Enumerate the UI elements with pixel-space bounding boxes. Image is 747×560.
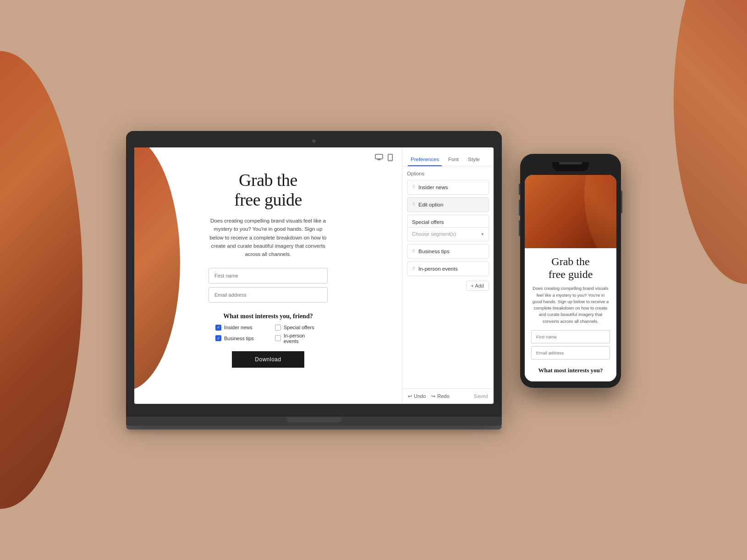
firstname-input[interactable] xyxy=(209,268,328,283)
phone-speaker xyxy=(559,162,582,164)
phone-firstname-input[interactable] xyxy=(531,330,610,343)
checkbox-special-offers-box xyxy=(275,325,281,331)
special-offers-section: Special offers Choose segment(s) ▾ xyxy=(407,215,489,241)
checkbox-insider-news-label: Insider news xyxy=(224,325,253,330)
download-button[interactable]: Download xyxy=(232,351,304,368)
phone-hero-flower xyxy=(566,175,616,248)
phone-btn-right xyxy=(621,190,622,213)
laptop-screen: Grab the free guide Does creating compel… xyxy=(134,147,494,404)
phone-screen: Grab the free guide Does creating compel… xyxy=(525,175,616,381)
phone-btn-vol-down xyxy=(519,220,520,236)
phone-btn-silent xyxy=(519,184,520,195)
undo-icon: ↩ xyxy=(408,393,412,399)
checkbox-insider-news-box: ✓ xyxy=(215,325,221,331)
tab-font[interactable]: Font xyxy=(445,154,461,166)
redo-icon: ↪ xyxy=(431,393,435,399)
tab-style[interactable]: Style xyxy=(465,154,483,166)
phone-title: Grab the free guide xyxy=(531,256,610,281)
checkbox-business-tips-box: ✓ xyxy=(215,335,221,341)
phone-notch xyxy=(552,162,589,171)
drag-dots-4: ⠿ xyxy=(412,266,415,271)
option-insider-news[interactable]: ⠿ Insider news xyxy=(407,180,489,195)
checkbox-business-tips-label: Business tips xyxy=(224,336,254,341)
laptop-stand xyxy=(286,417,341,422)
option-business-tips[interactable]: ⠿ Business tips xyxy=(407,244,489,259)
checkbox-business-tips[interactable]: ✓ Business tips xyxy=(215,333,261,344)
tab-preferences[interactable]: Preferences xyxy=(408,154,442,166)
svg-point-2 xyxy=(390,159,391,160)
checkbox-in-person-events[interactable]: In-person events xyxy=(275,333,321,344)
option-in-person-events-label: In-person events xyxy=(418,266,458,272)
laptop-camera xyxy=(312,139,316,143)
phone-description: Does creating compelling brand visuals f… xyxy=(531,285,610,325)
option-in-person-events[interactable]: ⠿ In-person events xyxy=(407,261,489,276)
editor-body: Options ⠿ Insider news ⠿ Edit option xyxy=(402,166,494,388)
editor-footer: ↩ Undo ↪ Redo Saved xyxy=(402,388,494,404)
checkbox-insider-news[interactable]: ✓ Insider news xyxy=(215,325,261,331)
page-subtitle: Does creating compelling brand visuals f… xyxy=(209,217,328,259)
drag-dots-1: ⠿ xyxy=(412,185,415,190)
email-input[interactable] xyxy=(209,287,328,303)
phone-email-input[interactable] xyxy=(531,346,610,359)
scene-container: Grab the free guide Does creating compel… xyxy=(126,131,621,430)
phone-interests-title: What most interests you? xyxy=(531,367,610,374)
bg-floral-left xyxy=(0,0,105,560)
laptop-body: Grab the free guide Does creating compel… xyxy=(126,131,502,417)
saved-status: Saved xyxy=(474,393,488,399)
undo-action[interactable]: ↩ Undo xyxy=(408,393,426,399)
checkbox-in-person-events-label: In-person events xyxy=(284,333,321,344)
page-content: Grab the free guide Does creating compel… xyxy=(153,170,384,368)
checkbox-special-offers[interactable]: Special offers xyxy=(275,325,321,331)
option-edit-option-label: Edit option xyxy=(418,202,443,207)
desktop-icon[interactable] xyxy=(375,154,383,163)
add-btn-container: + Add xyxy=(407,279,489,293)
phone-device: Grab the free guide Does creating compel… xyxy=(520,154,621,388)
page-title: Grab the free guide xyxy=(234,170,302,210)
checkbox-special-offers-label: Special offers xyxy=(284,325,314,330)
interests-title: What most interests you, friend? xyxy=(223,313,313,320)
checkbox-in-person-events-box xyxy=(275,335,281,341)
redo-action[interactable]: ↪ Redo xyxy=(431,393,449,399)
bg-floral-right xyxy=(665,0,747,336)
editor-tabs: Preferences Font Style xyxy=(402,147,494,166)
phone-hero xyxy=(525,175,616,248)
phone-content: Grab the free guide Does creating compel… xyxy=(525,248,616,381)
laptop-foot xyxy=(126,426,502,430)
mobile-icon[interactable] xyxy=(388,154,393,163)
device-icons xyxy=(375,154,393,163)
svg-rect-0 xyxy=(375,154,383,159)
laptop-device: Grab the free guide Does creating compel… xyxy=(126,131,502,430)
checkboxes: ✓ Insider news Special offers ✓ Business… xyxy=(215,325,321,344)
redo-label: Redo xyxy=(437,393,449,399)
segment-placeholder: Choose segment(s) xyxy=(412,231,456,237)
option-insider-news-label: Insider news xyxy=(418,185,448,190)
options-label: Options xyxy=(407,171,489,176)
drag-dots-2: ⠿ xyxy=(412,202,415,207)
phone-screen-inner: Grab the free guide Does creating compel… xyxy=(525,175,616,381)
laptop-base xyxy=(126,417,502,426)
chevron-down-icon: ▾ xyxy=(481,231,484,237)
page-area: Grab the free guide Does creating compel… xyxy=(134,147,402,404)
phone-body: Grab the free guide Does creating compel… xyxy=(520,154,621,388)
phone-btn-vol-up xyxy=(519,200,520,216)
drag-dots-3: ⠿ xyxy=(412,249,415,254)
add-button[interactable]: + Add xyxy=(466,281,489,291)
option-edit-option[interactable]: ⠿ Edit option xyxy=(407,197,489,212)
option-business-tips-label: Business tips xyxy=(418,249,450,254)
editor-panel: Preferences Font Style Options xyxy=(402,147,494,404)
undo-label: Undo xyxy=(414,393,426,399)
segment-dropdown[interactable]: Choose segment(s) ▾ xyxy=(407,227,489,241)
special-offers-label: Special offers xyxy=(407,215,489,227)
